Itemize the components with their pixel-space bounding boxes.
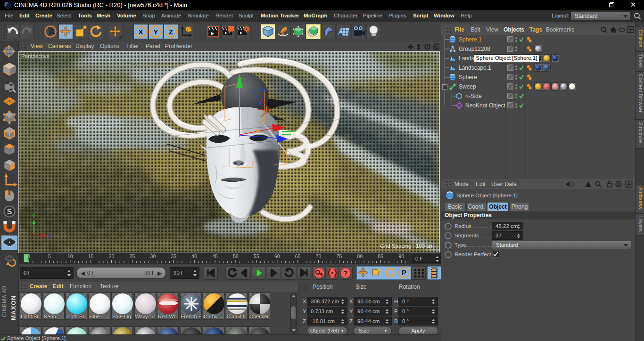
svg-text:X: X [138, 28, 143, 36]
svg-text:45: 45 [212, 253, 218, 259]
svg-text:5: 5 [48, 253, 51, 259]
svg-text:90: 90 [398, 253, 404, 259]
svg-text:85: 85 [378, 253, 383, 259]
svg-text:X: X [48, 233, 51, 238]
svg-text:Grid Spacing : 100 cm: Grid Spacing : 100 cm [380, 243, 434, 249]
svg-text:55: 55 [254, 253, 259, 259]
svg-text:?: ? [343, 269, 347, 277]
svg-text:30: 30 [150, 253, 156, 259]
svg-text:10: 10 [67, 253, 73, 259]
svg-text:80: 80 [357, 253, 363, 259]
svg-text:20: 20 [109, 253, 115, 259]
svg-text:Perspective: Perspective [21, 53, 50, 59]
svg-text:Y: Y [32, 214, 35, 219]
svg-text:S: S [7, 208, 12, 216]
svg-text:40: 40 [191, 253, 197, 259]
svg-text:65: 65 [295, 253, 301, 259]
svg-text:50: 50 [233, 253, 239, 259]
svg-text:70: 70 [316, 253, 322, 259]
svg-text:75: 75 [337, 253, 342, 259]
svg-text:0: 0 [27, 253, 30, 259]
svg-text:35: 35 [171, 253, 176, 259]
svg-text:60: 60 [274, 253, 280, 259]
svg-text:25: 25 [130, 253, 135, 259]
svg-text:P: P [402, 268, 406, 276]
svg-text:15: 15 [88, 253, 94, 259]
svg-text:Y: Y [153, 28, 158, 36]
svg-text:Z: Z [169, 28, 173, 36]
